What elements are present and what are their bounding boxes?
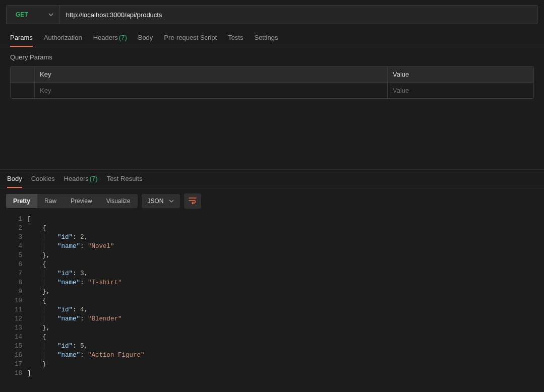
panel-spacer [0, 99, 544, 169]
http-method-label: GET [16, 11, 28, 18]
tab-headers[interactable]: Headers (7) [93, 29, 127, 47]
request-tabs: Params Authorization Headers (7) Body Pr… [0, 29, 544, 47]
table-row [11, 83, 533, 98]
code-line: 12 │ "name": "Blender" [0, 314, 544, 323]
code-line: 6 { [0, 260, 544, 269]
tab-label: Params [10, 34, 33, 41]
url-input[interactable] [66, 11, 531, 19]
code-text: │ "name": "Action Figure" [27, 351, 145, 360]
resp-tab-body[interactable]: Body [7, 170, 22, 188]
code-text: } [27, 360, 46, 369]
tab-label: Settings [254, 34, 278, 41]
request-url-bar: GET [0, 0, 544, 29]
code-line: 15 │ "id": 5, [0, 342, 544, 351]
line-wrap-button[interactable] [184, 193, 201, 209]
code-text: │ "name": "Blender" [27, 314, 122, 323]
code-text: │ "id": 4, [27, 305, 88, 314]
response-tabs: Body Cookies Headers (7) Test Results [0, 169, 544, 188]
line-number: 2 [0, 224, 27, 233]
code-text: │ "name": "T-shirt" [27, 278, 122, 287]
line-number: 11 [0, 305, 27, 314]
line-number: 13 [0, 323, 27, 333]
query-params-table: Key Value [10, 66, 534, 99]
tab-label: Tests [228, 34, 243, 41]
line-number: 6 [0, 260, 27, 269]
query-params-section: Query Params Key Value [0, 47, 544, 99]
param-key-input[interactable] [40, 87, 382, 94]
code-text: │ "name": "Novel" [27, 242, 114, 251]
body-view-toggle: Pretty Raw Preview Visualize [6, 194, 138, 208]
resp-tab-cookies[interactable]: Cookies [31, 170, 55, 188]
code-line: 17 } [0, 360, 544, 369]
code-line: 5 }, [0, 251, 544, 260]
line-wrap-icon [189, 197, 197, 206]
line-number: 5 [0, 251, 27, 260]
row-handle[interactable] [11, 83, 35, 98]
line-number: 3 [0, 233, 27, 242]
line-number: 4 [0, 242, 27, 251]
query-params-title: Query Params [10, 53, 534, 61]
code-text: }, [27, 323, 50, 333]
tab-label: Headers [93, 34, 118, 41]
tab-settings[interactable]: Settings [254, 29, 278, 47]
line-number: 8 [0, 278, 27, 287]
code-line: 18] [0, 369, 544, 378]
code-line: 16 │ "name": "Action Figure" [0, 351, 544, 360]
code-line: 3 │ "id": 2, [0, 233, 544, 242]
tab-label: Test Results [107, 175, 143, 182]
code-text: │ "id": 2, [27, 233, 88, 242]
tab-label: Headers [64, 175, 89, 182]
code-line: 11 │ "id": 4, [0, 305, 544, 314]
chevron-down-icon [169, 199, 174, 204]
code-line: 10 { [0, 296, 544, 305]
tab-tests[interactable]: Tests [228, 29, 243, 47]
tab-params[interactable]: Params [10, 29, 33, 47]
chevron-down-icon [48, 12, 53, 17]
code-text: { [27, 296, 46, 305]
code-text: { [27, 224, 46, 233]
view-visualize-button[interactable]: Visualize [99, 194, 138, 208]
code-text: { [27, 333, 46, 342]
body-format-select[interactable]: JSON [142, 194, 180, 208]
param-value-input[interactable] [393, 87, 528, 94]
tab-label: Authorization [44, 34, 82, 41]
tab-authorization[interactable]: Authorization [44, 29, 82, 47]
code-text: }, [27, 251, 50, 260]
line-number: 15 [0, 342, 27, 351]
line-number: 9 [0, 287, 27, 296]
http-method-select[interactable]: GET [6, 5, 59, 24]
resp-tab-test-results[interactable]: Test Results [107, 170, 143, 188]
line-number: 7 [0, 269, 27, 278]
code-text: ] [27, 369, 31, 378]
line-number: 10 [0, 296, 27, 305]
tab-count: (7) [90, 175, 98, 182]
code-line: 14 { [0, 333, 544, 342]
code-line: 7 │ "id": 3, [0, 269, 544, 278]
col-header-value: Value [388, 67, 533, 82]
body-view-controls: Pretty Raw Preview Visualize JSON [0, 188, 544, 214]
code-line: 13 }, [0, 323, 544, 333]
view-pretty-button[interactable]: Pretty [6, 194, 37, 208]
row-handle-header [11, 67, 35, 82]
response-body-viewer[interactable]: 1[2 {3 │ "id": 2,4 │ "name": "Novel"5 },… [0, 214, 544, 383]
line-number: 18 [0, 369, 27, 378]
code-line: 1[ [0, 215, 544, 224]
table-header-row: Key Value [11, 67, 533, 83]
tab-label: Cookies [31, 175, 55, 182]
code-text: [ [27, 215, 31, 224]
tab-prerequest[interactable]: Pre-request Script [164, 29, 217, 47]
view-raw-button[interactable]: Raw [37, 194, 64, 208]
line-number: 17 [0, 360, 27, 369]
code-text: │ "id": 5, [27, 342, 88, 351]
resp-tab-headers[interactable]: Headers (7) [64, 170, 98, 188]
tab-label: Body [7, 175, 22, 182]
tab-count: (7) [119, 34, 127, 41]
tab-label: Pre-request Script [164, 34, 217, 41]
line-number: 16 [0, 351, 27, 360]
tab-body[interactable]: Body [138, 29, 153, 47]
col-header-key: Key [35, 67, 388, 82]
view-preview-button[interactable]: Preview [64, 194, 99, 208]
tab-label: Body [138, 34, 153, 41]
code-line: 4 │ "name": "Novel" [0, 242, 544, 251]
line-number: 14 [0, 333, 27, 342]
